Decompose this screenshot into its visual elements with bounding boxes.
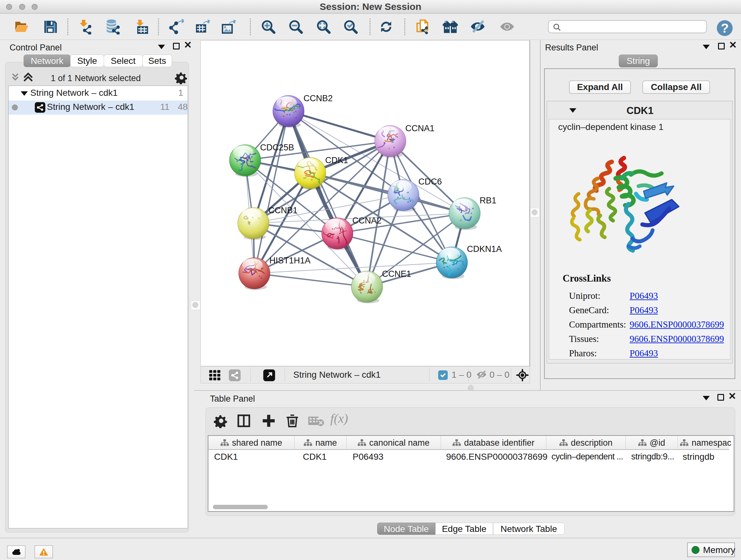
- svg-text:HIST1H1A: HIST1H1A: [269, 256, 311, 265]
- svg-text:RB1: RB1: [480, 196, 496, 205]
- svg-text:CCNB2: CCNB2: [304, 94, 333, 103]
- svg-text:CCNB1: CCNB1: [268, 206, 298, 215]
- svg-text:CCNA1: CCNA1: [405, 124, 434, 133]
- svg-text:CDK1: CDK1: [325, 155, 348, 165]
- svg-text:CCNE1: CCNE1: [382, 269, 411, 279]
- svg-text:CDKN1A: CDKN1A: [467, 244, 502, 254]
- svg-text:CDC6: CDC6: [418, 177, 442, 186]
- svg-text:?: ?: [721, 21, 729, 36]
- svg-text:CDC25B: CDC25B: [260, 143, 294, 152]
- svg-text:CCNA2: CCNA2: [352, 216, 382, 226]
